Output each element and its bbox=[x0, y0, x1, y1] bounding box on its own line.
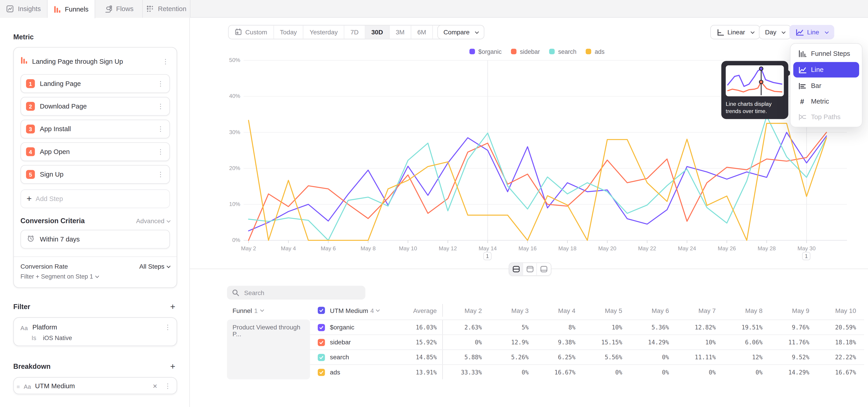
kebab-menu-icon[interactable] bbox=[163, 382, 172, 389]
chevron-down-icon bbox=[782, 30, 786, 33]
range-today[interactable]: Today bbox=[274, 26, 303, 39]
view-toggle-table-only[interactable] bbox=[537, 263, 551, 275]
chart-type-dropdown[interactable]: Line bbox=[789, 25, 834, 39]
legend-item[interactable]: search bbox=[549, 48, 577, 55]
view-toggle-split-view[interactable] bbox=[509, 263, 523, 275]
search-bar[interactable] bbox=[227, 286, 365, 300]
kebab-menu-icon[interactable] bbox=[156, 125, 165, 133]
line-chart-preview bbox=[726, 65, 784, 96]
legend-item[interactable]: ads bbox=[586, 48, 604, 55]
date-range-group: CustomTodayYesterday7D30D3M6M12M bbox=[228, 25, 458, 39]
funnel-step[interactable]: 5Sign Up bbox=[21, 165, 170, 184]
funnel-step[interactable]: 1Landing Page bbox=[21, 74, 170, 93]
flows-icon bbox=[104, 5, 112, 13]
steps-container: 1Landing Page2Download Page3App Install4… bbox=[21, 74, 170, 184]
date-column-header[interactable]: May 10 bbox=[817, 307, 864, 314]
remove-breakdown-icon[interactable] bbox=[151, 382, 159, 389]
annotation-badge[interactable]: 1 bbox=[483, 252, 492, 260]
granularity-dropdown[interactable]: Day bbox=[759, 25, 792, 39]
annotation-badge[interactable]: 1 bbox=[802, 252, 811, 260]
series-line-ads[interactable] bbox=[249, 120, 827, 240]
row-value-cell: 6.06% bbox=[723, 339, 770, 345]
menu-item-metric[interactable]: Metric bbox=[793, 94, 859, 108]
svg-text:May 14: May 14 bbox=[478, 245, 497, 251]
range-label: 7D bbox=[350, 29, 359, 35]
range-7d[interactable]: 7D bbox=[344, 26, 365, 39]
menu-item-bar[interactable]: Bar bbox=[793, 79, 859, 93]
svg-text:50%: 50% bbox=[229, 57, 240, 63]
tab-flows[interactable]: Flows bbox=[95, 0, 143, 18]
add-filter-button[interactable] bbox=[168, 302, 177, 312]
metric-card-header[interactable]: Landing Page through Sign Up bbox=[21, 53, 170, 70]
kebab-menu-icon[interactable] bbox=[156, 170, 165, 178]
search-input[interactable] bbox=[243, 289, 360, 296]
range-custom[interactable]: Custom bbox=[228, 26, 274, 39]
row-value-cell: 18.18% bbox=[817, 339, 864, 345]
compare-button[interactable]: Compare bbox=[437, 25, 485, 39]
row-value-cell: 0% bbox=[443, 339, 490, 345]
range-6m[interactable]: 6M bbox=[411, 26, 433, 39]
range-yesterday[interactable]: Yesterday bbox=[304, 26, 344, 39]
average-column-header: Average bbox=[388, 304, 443, 317]
legend-label: ads bbox=[595, 48, 604, 55]
tab-insights[interactable]: Insights bbox=[0, 0, 48, 18]
date-column-header[interactable]: May 4 bbox=[536, 307, 583, 314]
range-3m[interactable]: 3M bbox=[390, 26, 411, 39]
scale-dropdown[interactable]: Linear bbox=[710, 25, 760, 39]
kebab-menu-icon[interactable] bbox=[156, 80, 165, 88]
kebab-menu-icon[interactable] bbox=[163, 323, 172, 331]
tab-funnels[interactable]: Funnels bbox=[48, 0, 95, 18]
drag-handle-icon[interactable] bbox=[17, 381, 20, 391]
kebab-menu-icon[interactable] bbox=[161, 58, 170, 65]
funnel-name-cell[interactable]: Product Viewed through P... bbox=[227, 319, 310, 379]
menu-item-line[interactable]: Line bbox=[793, 62, 859, 77]
legend-item[interactable]: $organic bbox=[469, 48, 502, 55]
row-value-cell: 12.82% bbox=[677, 324, 723, 331]
date-column-header[interactable]: May 2 bbox=[443, 307, 490, 314]
conversion-rate-dropdown[interactable]: All Steps bbox=[139, 263, 170, 270]
funnel-column-header[interactable]: Funnel 1 bbox=[227, 307, 310, 314]
select-all-checkbox[interactable] bbox=[318, 307, 325, 314]
filter-card: Platform Is iOS Native bbox=[13, 317, 177, 346]
advanced-dropdown[interactable]: Advanced bbox=[136, 218, 170, 224]
chart-type-menu: Funnel StepsLineBarMetricTop Paths bbox=[790, 43, 863, 127]
metric-icon bbox=[798, 97, 807, 105]
range-30d[interactable]: 30D bbox=[365, 26, 390, 39]
filter-segment-dropdown[interactable]: Filter + Segment on Step 1 bbox=[21, 273, 170, 279]
tab-retention[interactable]: Retention bbox=[143, 0, 191, 18]
row-checkbox[interactable] bbox=[318, 339, 325, 346]
range-label: 30D bbox=[371, 29, 383, 35]
funnel-step[interactable]: 4App Open bbox=[21, 142, 170, 161]
text-property-icon bbox=[21, 322, 28, 332]
view-toggle-chart-only[interactable] bbox=[523, 263, 537, 275]
date-column-header[interactable]: May 7 bbox=[677, 307, 723, 314]
breakdown-property[interactable]: UTM Medium bbox=[35, 382, 147, 389]
date-column-header[interactable]: May 9 bbox=[770, 307, 817, 314]
menu-item-funnel-steps[interactable]: Funnel Steps bbox=[793, 46, 859, 61]
funnels-app: InsightsFunnelsFlowsRetention Metric Lan… bbox=[0, 0, 868, 407]
row-label-cell: search bbox=[310, 354, 388, 361]
funnel-step[interactable]: 3App Install bbox=[21, 120, 170, 138]
step-label: Download Page bbox=[40, 102, 156, 110]
row-checkbox[interactable] bbox=[318, 323, 325, 331]
date-column-header[interactable]: May 6 bbox=[630, 307, 677, 314]
date-column-header[interactable]: May 5 bbox=[583, 307, 630, 314]
row-checkbox[interactable] bbox=[318, 369, 325, 376]
series-line-organic[interactable] bbox=[249, 132, 827, 231]
breakdown-column-header[interactable]: UTM Medium 4 bbox=[310, 307, 388, 314]
row-checkbox[interactable] bbox=[318, 354, 325, 361]
filter-operator[interactable]: Is bbox=[32, 335, 36, 341]
filter-property[interactable]: Platform bbox=[32, 323, 159, 331]
legend-item[interactable]: sidebar bbox=[511, 48, 540, 55]
add-breakdown-button[interactable] bbox=[168, 362, 177, 372]
date-column-header[interactable]: May 8 bbox=[723, 307, 770, 314]
funnel-step[interactable]: 2Download Page bbox=[21, 97, 170, 116]
kebab-menu-icon[interactable] bbox=[156, 102, 165, 110]
svg-text:May 12: May 12 bbox=[439, 245, 457, 251]
filter-value[interactable]: iOS Native bbox=[43, 335, 72, 341]
date-column-header[interactable]: May 3 bbox=[490, 307, 536, 314]
kebab-menu-icon[interactable] bbox=[156, 148, 165, 156]
add-step-button[interactable]: Add Step bbox=[21, 189, 170, 208]
row-value-cell: 11.76% bbox=[770, 339, 817, 345]
conversion-window[interactable]: Within 7 days bbox=[21, 230, 170, 249]
